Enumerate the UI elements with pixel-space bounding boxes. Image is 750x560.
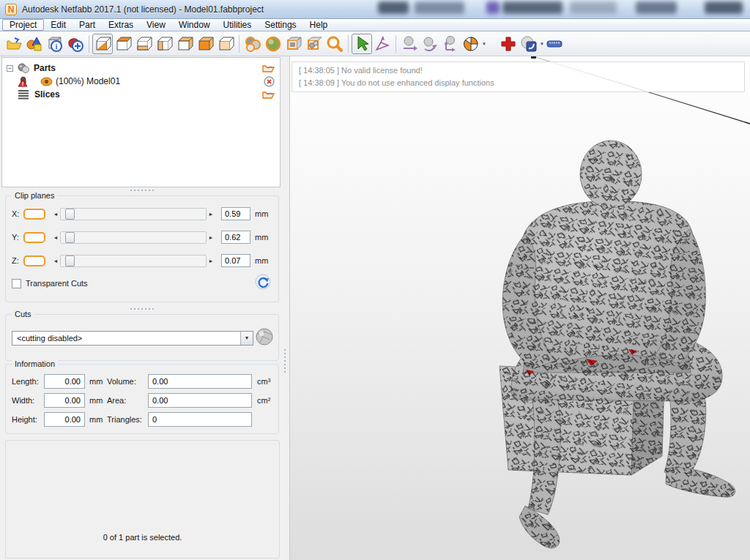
clip-y-slider[interactable] (60, 231, 207, 244)
open-project-icon[interactable] (4, 34, 24, 54)
menu-utilities[interactable]: Utilities (217, 19, 259, 31)
width-input[interactable] (44, 393, 85, 408)
slices-icon (17, 89, 31, 100)
transparent-cuts-label: Transparent Cuts (26, 279, 88, 288)
volume-input[interactable] (148, 374, 252, 389)
measure-angle-icon[interactable] (372, 34, 393, 54)
selection-status-panel: 0 of 1 part is selected. (5, 440, 280, 559)
length-input[interactable] (44, 374, 85, 389)
log-line: [ 14:38:09 ] You do not use enhanced dis… (299, 77, 738, 89)
visibility-eye-icon[interactable] (40, 77, 53, 86)
clip-y-slider-thumb[interactable] (65, 232, 75, 243)
menu-view[interactable]: View (140, 19, 172, 31)
add-part-icon[interactable] (65, 34, 86, 54)
support-icon[interactable] (519, 34, 539, 54)
slider-right-arrow-icon[interactable]: ► (207, 235, 215, 240)
menu-edit[interactable]: Edit (44, 19, 73, 31)
menu-window[interactable]: Window (172, 19, 217, 31)
zoom-icon[interactable] (324, 34, 345, 54)
measure-ruler-icon[interactable] (544, 34, 565, 54)
triangles-input[interactable] (148, 412, 252, 427)
information-title: Information (12, 359, 58, 368)
clip-x-slider-thumb[interactable] (65, 209, 75, 220)
menu-extras[interactable]: Extras (102, 19, 140, 31)
dropdown-caret-icon[interactable]: ▼ (240, 332, 253, 345)
view-back-cube-icon[interactable] (174, 34, 195, 54)
clip-z-row: Z: ◄ ► mm (12, 253, 272, 269)
platform-parts-icon[interactable] (304, 34, 324, 54)
transparent-cuts-checkbox[interactable] (12, 279, 21, 288)
height-unit: mm (85, 415, 107, 424)
clip-z-label: Z: (12, 256, 23, 265)
clip-z-unit: mm (255, 256, 272, 265)
new-part-shapes-icon[interactable] (24, 34, 45, 54)
viewport-3d[interactable]: [ 14:38:05 ] No valid license found! [ 1… (290, 56, 750, 560)
clip-x-plane-button[interactable] (23, 209, 45, 220)
tree-row-parts[interactable]: − Parts (7, 61, 278, 75)
slider-right-arrow-icon[interactable]: ► (207, 258, 215, 264)
view-left-cube-icon[interactable] (154, 34, 174, 54)
clip-x-row: X: ◄ ► mm (12, 206, 272, 222)
title-bar[interactable]: N Autodesk Netfabb 2017.1 (not licensed)… (0, 0, 750, 19)
view-top-cube-icon[interactable] (113, 34, 133, 54)
tree-row-slices[interactable]: Slices (17, 88, 278, 101)
reset-clip-planes-icon[interactable] (255, 274, 271, 290)
menu-part[interactable]: Part (73, 19, 102, 31)
clip-x-slider[interactable] (60, 208, 207, 220)
area-input[interactable] (148, 393, 252, 408)
clip-z-value-input[interactable] (221, 254, 250, 267)
clip-x-unit: mm (255, 209, 272, 218)
select-arrow-icon[interactable] (352, 34, 372, 54)
shading-mode-icon[interactable] (242, 34, 263, 54)
volume-label: Volume: (107, 377, 148, 386)
clip-planes-group: Clip planes X: ◄ ► mm Y: ◄ ► mm Z: (5, 195, 279, 302)
scale-part-icon[interactable] (440, 34, 461, 54)
load-slices-folder-icon[interactable] (262, 89, 275, 100)
rotate-part-icon[interactable] (420, 34, 440, 54)
cutting-mode-dropdown[interactable]: <cutting disabled> ▼ (12, 331, 253, 346)
clip-y-plane-button[interactable] (23, 232, 45, 243)
part-info-icon[interactable]: i (45, 34, 65, 54)
splitter-handle[interactable] (130, 190, 154, 191)
panel-viewport-splitter[interactable] (281, 56, 290, 560)
splitter-handle[interactable] (130, 308, 154, 310)
background-window-blur (486, 1, 500, 14)
menu-help[interactable]: Help (303, 19, 335, 31)
splitter-handle[interactable] (284, 349, 286, 373)
tree-row-model01[interactable]: ! (100%) Model01 (17, 75, 278, 88)
clip-y-unit: mm (255, 233, 272, 242)
background-window-blur (415, 1, 464, 14)
slice-view-icon[interactable] (461, 34, 481, 54)
remove-part-icon[interactable] (264, 76, 275, 87)
platform-box-icon[interactable] (283, 34, 304, 54)
repair-icon[interactable] (498, 34, 519, 54)
height-input[interactable] (44, 412, 85, 427)
slider-left-arrow-icon[interactable]: ◄ (51, 235, 60, 240)
slider-right-arrow-icon[interactable]: ► (207, 212, 215, 217)
platform-sphere-icon[interactable] (263, 34, 283, 54)
load-parts-folder-icon[interactable] (262, 63, 275, 73)
toolbar-separator (348, 35, 349, 53)
toolbar-separator (239, 35, 240, 53)
parts-tree: − Parts ! (100%) Model01 Slices (1, 57, 281, 187)
clip-x-value-input[interactable] (221, 207, 250, 220)
slider-left-arrow-icon[interactable]: ◄ (51, 212, 60, 217)
information-group: Information Length: mm Volume: cm³ Width… (5, 364, 279, 434)
clip-y-value-input[interactable] (221, 231, 250, 244)
toolbar-separator (89, 35, 89, 53)
menu-project[interactable]: Project (2, 19, 44, 31)
clip-z-slider[interactable] (60, 255, 207, 267)
slice-view-dropdown-caret[interactable]: ▼ (482, 42, 486, 46)
view-default-cube-icon[interactable] (92, 34, 113, 54)
clip-z-slider-thumb[interactable] (65, 255, 75, 266)
view-iso-cube-icon[interactable] (215, 34, 236, 54)
cut-sphere-icon[interactable] (254, 326, 275, 347)
view-front-cube-icon[interactable] (195, 34, 215, 54)
view-bottom-cube-icon[interactable] (133, 34, 154, 54)
selection-status-text: 0 of 1 part is selected. (6, 533, 279, 542)
move-part-icon[interactable] (399, 34, 420, 54)
menu-settings[interactable]: Settings (258, 19, 302, 31)
collapse-icon[interactable]: − (7, 65, 13, 72)
clip-z-plane-button[interactable] (23, 255, 45, 266)
slider-left-arrow-icon[interactable]: ◄ (51, 258, 60, 264)
